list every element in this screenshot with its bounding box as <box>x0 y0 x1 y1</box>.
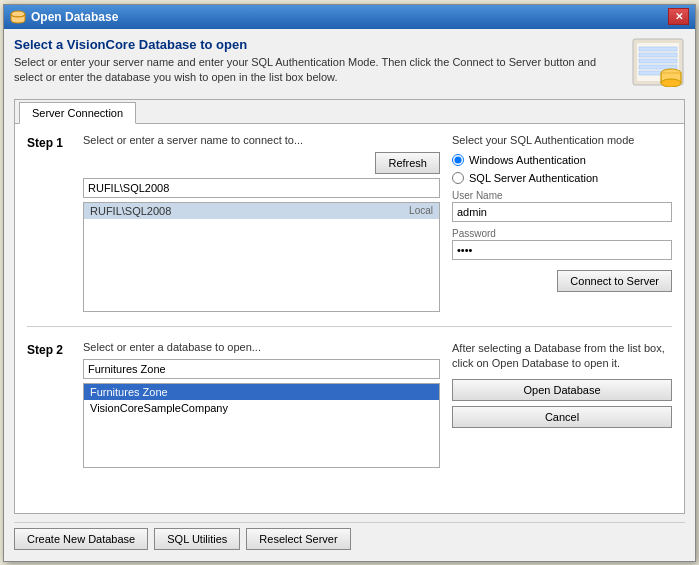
header-section: Select a VisionCore Database to open Sel… <box>14 37 685 93</box>
tab-server-connection[interactable]: Server Connection <box>19 102 136 124</box>
windows-auth-radio[interactable] <box>452 154 464 166</box>
db-item-name-1: Furnitures Zone <box>90 386 168 398</box>
auth-title: Select your SQL Authentication mode <box>452 134 672 146</box>
step1-desc: Select or enter a server name to connect… <box>83 134 440 146</box>
username-input[interactable] <box>452 202 672 222</box>
reselect-server-button[interactable]: Reselect Server <box>246 528 350 550</box>
username-section: User Name <box>452 190 672 222</box>
step-divider <box>27 326 672 327</box>
tab-container: Server Connection Step 1 Select or enter… <box>14 99 685 514</box>
connect-btn-row: Connect to Server <box>452 270 672 292</box>
step2-left: Select or enter a database to open... Fu… <box>83 341 440 468</box>
title-bar-left: Open Database <box>10 9 118 25</box>
server-list-item-tag: Local <box>409 205 433 216</box>
database-name-input[interactable] <box>83 359 440 379</box>
db-item-name-2: VisionCoreSampleCompany <box>90 402 228 414</box>
server-list-item[interactable]: RUFIL\SQL2008 Local <box>84 203 439 219</box>
step1-row: Step 1 Select or enter a server name to … <box>27 134 672 312</box>
close-button[interactable]: ✕ <box>668 8 689 25</box>
header-title: Select a VisionCore Database to open <box>14 37 621 52</box>
windows-auth-row: Windows Authentication <box>452 154 672 166</box>
refresh-btn-row: Refresh <box>83 152 440 174</box>
window-title: Open Database <box>31 10 118 24</box>
svg-rect-4 <box>639 53 677 57</box>
connect-to-server-button[interactable]: Connect to Server <box>557 270 672 292</box>
open-database-button[interactable]: Open Database <box>452 379 672 401</box>
header-desc: Select or enter your server name and ent… <box>14 55 621 86</box>
password-section: Password <box>452 228 672 260</box>
step2-right-buttons: Open Database Cancel <box>452 379 672 428</box>
sql-auth-row: SQL Server Authentication <box>452 172 672 184</box>
server-list-container[interactable]: RUFIL\SQL2008 Local <box>83 202 440 312</box>
title-bar-icon <box>10 9 26 25</box>
step2-desc: Select or enter a database to open... <box>83 341 440 353</box>
step1-right: Select your SQL Authentication mode Wind… <box>452 134 672 292</box>
database-stack-icon <box>631 37 685 87</box>
windows-auth-label: Windows Authentication <box>469 154 586 166</box>
sql-utilities-button[interactable]: SQL Utilities <box>154 528 240 550</box>
cancel-button[interactable]: Cancel <box>452 406 672 428</box>
bottom-buttons: Create New Database SQL Utilities Resele… <box>14 522 685 553</box>
step2-content: Step 2 Select or enter a database to ope… <box>27 341 672 468</box>
password-label: Password <box>452 228 672 239</box>
title-bar: Open Database ✕ <box>4 5 695 29</box>
step2-right-text: After selecting a Database from the list… <box>452 341 672 372</box>
password-input[interactable] <box>452 240 672 260</box>
step2-right: After selecting a Database from the list… <box>452 341 672 429</box>
database-list-container[interactable]: Furnitures Zone VisionCoreSampleCompany <box>83 383 440 468</box>
server-list-item-name: RUFIL\SQL2008 <box>90 205 171 217</box>
server-name-input[interactable] <box>83 178 440 198</box>
db-list-item-furnitures-zone[interactable]: Furnitures Zone <box>84 384 439 400</box>
svg-rect-5 <box>639 59 677 63</box>
username-label: User Name <box>452 190 672 201</box>
refresh-button[interactable]: Refresh <box>375 152 440 174</box>
step1-left: Select or enter a server name to connect… <box>83 134 440 312</box>
create-new-database-button[interactable]: Create New Database <box>14 528 148 550</box>
tab-content: Step 1 Select or enter a server name to … <box>15 124 684 513</box>
svg-point-11 <box>661 79 681 87</box>
step2-label: Step 2 <box>27 341 71 357</box>
header-text-area: Select a VisionCore Database to open Sel… <box>14 37 621 86</box>
tab-bar: Server Connection <box>15 100 684 124</box>
svg-rect-3 <box>639 47 677 51</box>
svg-rect-7 <box>639 71 664 75</box>
window-content: Select a VisionCore Database to open Sel… <box>4 29 695 561</box>
sql-auth-label: SQL Server Authentication <box>469 172 598 184</box>
open-database-window: Open Database ✕ Select a VisionCore Data… <box>3 4 696 562</box>
sql-auth-radio[interactable] <box>452 172 464 184</box>
auth-section: Select your SQL Authentication mode Wind… <box>452 134 672 292</box>
db-list-item-visioncore[interactable]: VisionCoreSampleCompany <box>84 400 439 416</box>
step1-label: Step 1 <box>27 134 71 150</box>
svg-rect-6 <box>639 65 677 69</box>
